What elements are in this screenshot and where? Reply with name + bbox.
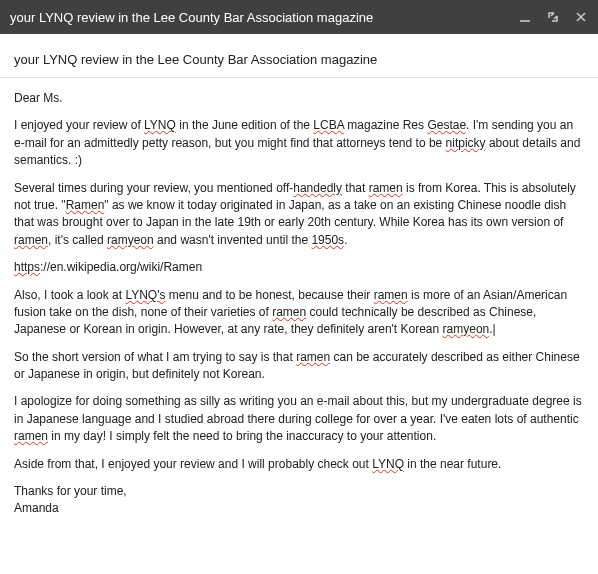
greeting: Dear Ms. — [14, 90, 584, 107]
email-body[interactable]: Dear Ms. I enjoyed your review of LYNQ i… — [0, 78, 598, 540]
spellcheck-word: handedly — [293, 181, 342, 195]
spellcheck-word: ramen — [272, 305, 306, 319]
paragraph-3: Also, I took a look at LYNQ's menu and t… — [14, 287, 584, 339]
spellcheck-word: https — [14, 260, 40, 274]
paragraph-6: Aside from that, I enjoyed your review a… — [14, 456, 584, 473]
paragraph-5: I apologize for doing something as silly… — [14, 393, 584, 445]
spellcheck-word: Gestae — [427, 118, 466, 132]
closing: Thanks for your time,Amanda — [14, 483, 584, 518]
spellcheck-word: LCBA — [313, 118, 344, 132]
spellcheck-word: ramen — [374, 288, 408, 302]
paragraph-2: Several times during your review, you me… — [14, 180, 584, 250]
spellcheck-word: nitpicky — [446, 136, 486, 150]
close-button[interactable] — [574, 10, 588, 24]
window-titlebar: your LYNQ review in the Lee County Bar A… — [0, 0, 598, 34]
spellcheck-word: ramen — [296, 350, 330, 364]
spellcheck-word: Ramen — [66, 198, 105, 212]
spellcheck-word: ramen — [369, 181, 403, 195]
minimize-button[interactable] — [518, 10, 532, 24]
spellcheck-word: LYNQ's — [125, 288, 165, 302]
spellcheck-word: LYNQ — [144, 118, 176, 132]
maximize-button[interactable] — [546, 10, 560, 24]
wiki-link: https://en.wikipedia.org/wiki/Ramen — [14, 259, 584, 276]
spellcheck-word: ramyeon — [107, 233, 154, 247]
spellcheck-word: 1950s — [311, 233, 344, 247]
spellcheck-word: ramen — [14, 429, 48, 443]
spellcheck-word: ramyeon — [443, 322, 490, 336]
text-cursor — [493, 322, 496, 336]
window-controls — [518, 10, 588, 24]
spellcheck-word: ramen — [14, 233, 48, 247]
paragraph-4: So the short version of what I am trying… — [14, 349, 584, 384]
window-title: your LYNQ review in the Lee County Bar A… — [10, 10, 518, 25]
subject-field[interactable]: your LYNQ review in the Lee County Bar A… — [0, 34, 598, 78]
paragraph-1: I enjoyed your review of LYNQ in the Jun… — [14, 117, 584, 169]
spellcheck-word: LYNQ — [372, 457, 404, 471]
